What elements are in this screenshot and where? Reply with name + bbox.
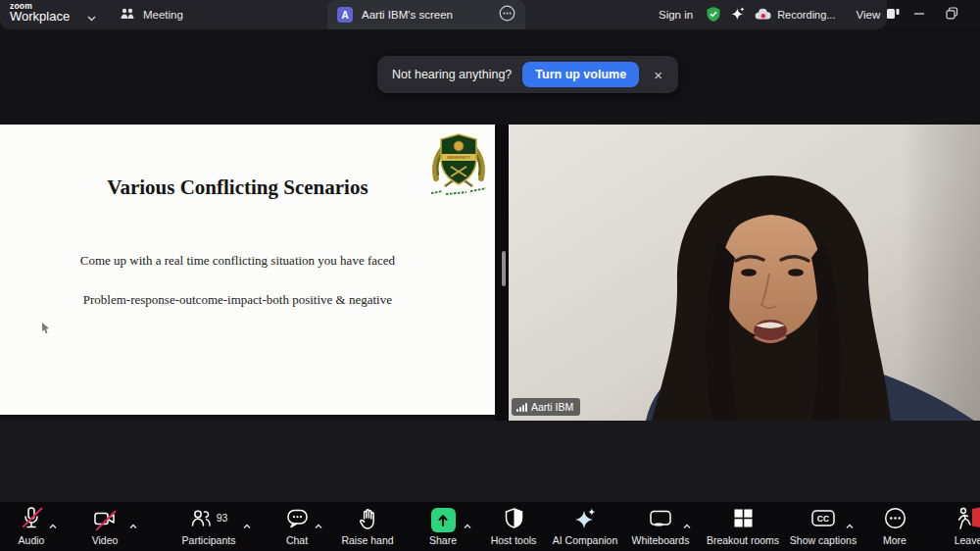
avatar: A — [337, 7, 353, 23]
recording-status-label: Recording... — [777, 9, 835, 21]
meeting-toolbar: Audio Video — [0, 502, 980, 551]
chat-icon — [286, 508, 309, 532]
slide-title: Various Conflicting Scenarios — [0, 175, 475, 200]
security-shield-icon[interactable] — [706, 6, 721, 25]
breakout-rooms-icon — [733, 508, 754, 532]
svg-text:CC: CC — [817, 514, 829, 524]
audio-options-chevron-icon[interactable] — [48, 517, 58, 534]
leave-icon — [954, 507, 980, 534]
video-button[interactable]: Video — [58, 507, 152, 546]
tab-options-ellipsis-icon[interactable] — [499, 5, 515, 25]
audio-level-icon — [516, 403, 527, 412]
university-crest-logo: UNIVERSITY — [427, 129, 490, 204]
tab-shared-screen-label: Aarti IBM's screen — [362, 9, 490, 21]
turn-up-volume-button[interactable]: Turn up volume — [522, 62, 639, 87]
window-controls — [892, 0, 980, 29]
leave-label: Leave — [921, 534, 980, 546]
meeting-people-icon — [120, 7, 135, 23]
video-options-chevron-icon[interactable] — [128, 517, 138, 534]
chevron-down-icon[interactable] — [86, 9, 97, 26]
slide-body-line-2: Problem-response-outcome-impact-both pos… — [0, 292, 475, 308]
raise-hand-icon — [357, 507, 378, 534]
restore-window-icon[interactable] — [946, 6, 958, 24]
minimize-icon[interactable] — [913, 6, 925, 24]
participants-button[interactable]: 93 Participants — [162, 507, 256, 546]
speaker-portrait — [509, 125, 980, 421]
participant-name: Aarti IBM — [531, 401, 573, 413]
participants-label: Participants — [162, 534, 256, 546]
audio-notification-banner: Not hearing anything? Turn up volume × — [377, 56, 678, 93]
video-label: Video — [58, 534, 152, 546]
cloud-recording-icon — [755, 7, 771, 23]
share-screen-icon — [431, 508, 456, 532]
host-tools-shield-icon — [504, 507, 524, 533]
top-bar: zoom Workplace Meeting A Aarti IBM's scr… — [0, 0, 980, 29]
participants-count: 93 — [217, 512, 228, 524]
zoom-workplace-brand: zoom Workplace — [10, 1, 70, 24]
top-bar-right-cluster: Sign in Recording... View — [659, 0, 900, 29]
stage-background — [0, 421, 980, 502]
ai-companion-sparkle-icon — [573, 507, 597, 534]
ai-sparkle-icon[interactable] — [730, 6, 746, 24]
slide-body-line-1: Come up with a real time conflicting sit… — [0, 253, 475, 269]
logo-banner-text: UNIVERSITY — [447, 155, 470, 160]
zoom-meeting-window: zoom Workplace Meeting A Aarti IBM's scr… — [0, 0, 980, 551]
participants-icon — [190, 508, 212, 532]
whiteboards-label: Whiteboards — [613, 534, 708, 546]
mouse-cursor — [41, 321, 51, 338]
more-ellipsis-icon — [884, 507, 906, 533]
captions-icon: CC — [810, 509, 836, 531]
speaker-video-tile[interactable]: Aarti IBM — [509, 125, 980, 421]
view-button[interactable]: View — [856, 9, 880, 21]
camera-off-icon — [93, 509, 117, 532]
close-icon[interactable]: × — [650, 66, 666, 84]
whiteboards-button[interactable]: Whiteboards — [613, 507, 708, 546]
leave-button[interactable]: Leave — [921, 507, 980, 546]
participant-name-tag: Aarti IBM — [512, 398, 580, 416]
whiteboard-icon — [649, 509, 672, 532]
brand-workplace: Workplace — [10, 9, 70, 24]
sign-in-link[interactable]: Sign in — [659, 9, 693, 21]
tab-shared-screen[interactable]: A Aarti IBM's screen — [327, 0, 525, 29]
slide-scrollbar-thumb[interactable] — [502, 251, 506, 286]
logo-motto-script — [431, 188, 486, 194]
tab-meeting-label: Meeting — [143, 9, 183, 21]
tab-meeting[interactable]: Meeting — [120, 0, 183, 29]
notification-text: Not hearing anything? — [392, 68, 512, 81]
whiteboards-options-chevron-icon[interactable] — [682, 517, 692, 534]
microphone-muted-icon — [21, 506, 42, 534]
shared-screen-slide: Various Conflicting Scenarios Come up wi… — [0, 125, 495, 415]
